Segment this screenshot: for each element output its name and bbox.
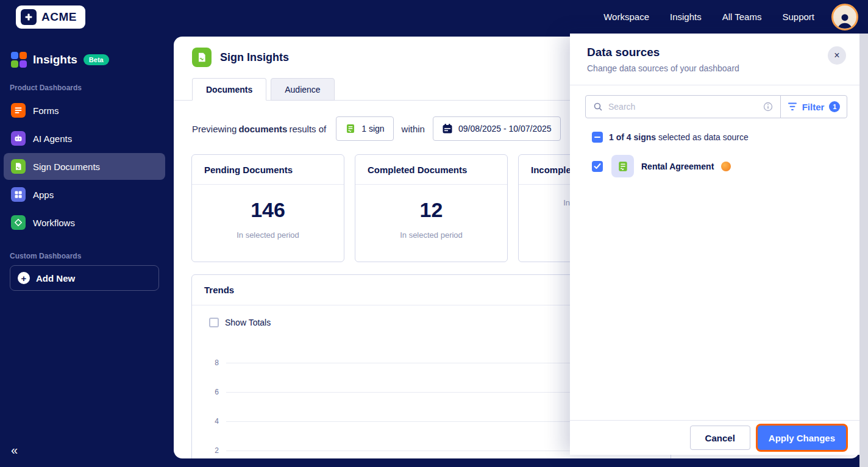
beta-badge: Beta (84, 54, 109, 65)
selection-summary-text: 1 of 4 signs selected as data source (609, 132, 749, 142)
y-axis-tick: 2 (208, 446, 219, 455)
sidebar-item-forms[interactable]: Forms (4, 97, 165, 124)
panel-header: Data sources Change data sources of your… (570, 34, 859, 85)
sidebar-item-workflows[interactable]: Workflows (4, 209, 165, 236)
nav-support[interactable]: Support (782, 12, 814, 22)
sidebar-item-apps[interactable]: Apps (4, 181, 165, 208)
cancel-button[interactable]: Cancel (690, 426, 750, 450)
add-new-button[interactable]: + Add New (10, 265, 159, 291)
sidebar-item-sign-documents[interactable]: Sign Documents (4, 153, 165, 180)
item-emoji-icon (721, 162, 731, 171)
within-label: within (402, 124, 425, 134)
sidebar-item-label: Apps (33, 190, 54, 200)
stat-card-value: 146 (192, 198, 344, 222)
date-range-value: 09/08/2025 - 10/07/2025 (458, 124, 552, 134)
panel-title: Data sources (587, 46, 859, 59)
stat-card-title: Pending Documents (192, 155, 344, 185)
close-icon[interactable]: × (828, 46, 846, 65)
sidebar-item-ai-agents[interactable]: AI Agents (4, 125, 165, 152)
sign-select-value: 1 sign (361, 124, 384, 134)
data-source-name: Rental Agreement (641, 162, 714, 171)
section-custom-dashboards: Custom Dashboards (10, 252, 169, 260)
sidebar-menu: Forms AI Agents Sign Documents Apps (0, 97, 169, 236)
acme-logo[interactable]: ACME (16, 5, 85, 29)
pending-documents-card: Pending Documents 146 In selected period (191, 154, 344, 262)
sidebar: Insights Beta Product Dashboards Forms A… (0, 34, 169, 467)
sidebar-item-label: Workflows (33, 218, 75, 228)
person-icon (836, 12, 854, 29)
completed-documents-card: Completed Documents 12 In selected perio… (355, 154, 508, 262)
apply-changes-button[interactable]: Apply Changes (758, 426, 846, 450)
apps-icon (11, 187, 26, 202)
top-nav: Workspace Insights All Teams Support (603, 12, 814, 22)
sign-documents-icon (11, 159, 26, 174)
search-box (585, 95, 781, 118)
tab-audience[interactable]: Audience (271, 78, 334, 101)
stat-card-caption: In selected period (355, 230, 507, 240)
insights-logo-icon (11, 52, 27, 68)
y-axis-tick: 8 (208, 358, 219, 367)
plus-icon: + (18, 272, 30, 284)
info-icon[interactable] (763, 102, 773, 112)
stat-card-title: Completed Documents (355, 155, 507, 185)
topbar: ACME Workspace Insights All Teams Suppor… (0, 0, 868, 34)
search-icon (593, 102, 603, 112)
sign-select-dropdown[interactable]: 1 sign (336, 116, 393, 141)
avatar[interactable] (831, 4, 858, 30)
panel-footer: Cancel Apply Changes (570, 420, 859, 455)
forms-icon (11, 103, 26, 118)
data-sources-panel: Data sources Change data sources of your… (570, 34, 859, 455)
filter-count-badge: 1 (829, 101, 840, 112)
sidebar-title: Insights (33, 53, 77, 66)
indeterminate-icon (594, 137, 600, 138)
sign-insights-icon (192, 48, 212, 67)
sidebar-header: Insights Beta (0, 34, 169, 68)
sign-document-tile-icon (611, 155, 634, 177)
item-checkbox[interactable] (592, 161, 603, 172)
tab-documents[interactable]: Documents (192, 78, 266, 101)
filter-funnel-icon (788, 102, 797, 111)
sign-doc-icon (345, 123, 356, 134)
add-new-label: Add New (36, 273, 75, 283)
nav-all-teams[interactable]: All Teams (722, 12, 762, 22)
selection-summary-row: 1 of 4 signs selected as data source (592, 132, 859, 143)
show-totals-checkbox[interactable] (209, 318, 219, 327)
nav-insights[interactable]: Insights (670, 12, 702, 22)
nav-workspace[interactable]: Workspace (603, 12, 649, 22)
sidebar-item-label: Sign Documents (33, 162, 100, 172)
filter-label: Filter (802, 102, 825, 112)
collapse-sidebar-button[interactable]: « (11, 443, 18, 457)
search-input[interactable] (608, 102, 758, 112)
ai-agents-icon (11, 131, 26, 146)
calendar-icon (442, 123, 453, 134)
workflows-icon (11, 215, 26, 230)
date-range-picker[interactable]: 09/08/2025 - 10/07/2025 (433, 116, 561, 141)
section-product-dashboards: Product Dashboards (10, 84, 169, 92)
acme-logo-text: ACME (41, 10, 77, 24)
search-filter-row: Filter 1 (585, 95, 847, 118)
scrollbar-track[interactable] (859, 34, 868, 467)
acme-logo-icon (21, 9, 37, 25)
sidebar-item-label: Forms (33, 105, 59, 116)
preview-filter-text: Previewingdocumentsresults of (192, 124, 328, 134)
app-root: ACME Workspace Insights All Teams Suppor… (0, 0, 868, 467)
check-icon (594, 163, 601, 169)
select-all-checkbox[interactable] (592, 132, 603, 143)
stat-card-caption: In selected period (192, 230, 344, 240)
stat-card-value: 12 (355, 198, 507, 222)
filter-button[interactable]: Filter 1 (780, 95, 847, 118)
data-source-item[interactable]: Rental Agreement (592, 155, 859, 177)
page-title: Sign Insights (220, 51, 289, 64)
sidebar-item-label: AI Agents (33, 134, 72, 144)
y-axis-tick: 4 (208, 417, 219, 426)
y-axis-tick: 6 (208, 388, 219, 396)
show-totals-label: Show Totals (225, 318, 271, 327)
panel-subtitle: Change data sources of your dashboard (587, 63, 859, 73)
